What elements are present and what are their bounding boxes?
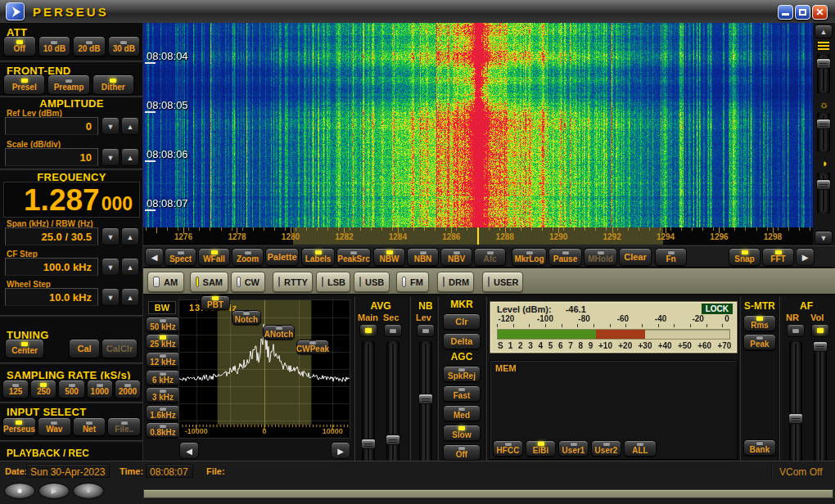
nb-lev-slider-handle[interactable] xyxy=(418,394,433,404)
1-6khz-button[interactable]: 1.6kHz xyxy=(146,405,180,421)
filter-spectrum-display[interactable]: 13.79 kHz -10000 0 10000 xyxy=(178,299,350,439)
eibi-button[interactable]: EiBi xyxy=(526,440,556,457)
file-button[interactable]: File.. xyxy=(107,417,141,436)
wav-button[interactable]: Wav xyxy=(38,417,71,436)
brightness-slider-handle[interactable] xyxy=(816,119,831,129)
ref-lev-value[interactable]: 0 xyxy=(5,117,98,135)
12-khz-button[interactable]: 12 kHz xyxy=(146,352,180,367)
fast-button[interactable]: Fast xyxy=(443,385,481,402)
mhold-button[interactable]: MHold xyxy=(584,248,617,266)
toolbar-scroll-right-button[interactable]: ▶ xyxy=(796,248,815,266)
spkrej-button[interactable]: SpkRej xyxy=(443,366,481,382)
calclr-button[interactable]: CalClr xyxy=(102,339,138,358)
demod-drm-button[interactable]: DRM xyxy=(437,272,474,292)
palette-slider-handle[interactable] xyxy=(816,58,831,69)
net-button[interactable]: Net xyxy=(73,417,106,436)
zoom-button[interactable]: Zoom xyxy=(232,248,264,266)
demod-usb-button[interactable]: USB xyxy=(354,272,390,292)
play-button[interactable]: ▶ xyxy=(38,483,70,499)
clr-button[interactable]: Clr xyxy=(443,313,481,330)
afc-button[interactable]: Afc xyxy=(474,248,506,266)
palette-slider[interactable] xyxy=(817,54,830,93)
avg-sec-slider-handle[interactable] xyxy=(386,434,400,445)
0-8khz-button[interactable]: 0.8kHz xyxy=(146,422,180,438)
perseus-button[interactable]: Perseus xyxy=(2,417,36,436)
hfcc-button[interactable]: HFCC xyxy=(493,440,523,457)
clear-button[interactable]: Clear xyxy=(619,248,652,266)
125-button[interactable]: 125 xyxy=(2,380,29,398)
close-button[interactable]: ✕ xyxy=(812,5,828,20)
waterfall-display[interactable]: 08:08:04 08:08:05 08:08:06 08:08:07 xyxy=(143,23,813,227)
span-up-button[interactable]: ▲ xyxy=(121,227,139,245)
filter-scroll-right-button[interactable]: ▶ xyxy=(331,442,350,459)
off-button[interactable]: Off xyxy=(3,36,36,56)
10-db-button[interactable]: 10 dB xyxy=(38,36,71,56)
dither-button[interactable]: Dither xyxy=(93,74,134,95)
ref-lev-up-button[interactable]: ▲ xyxy=(121,117,139,135)
scroll-up-button[interactable]: ▲ xyxy=(815,25,833,38)
bank-button[interactable]: Bank xyxy=(743,439,776,456)
user2-button[interactable]: User2 xyxy=(591,440,621,457)
nb-lev-slider[interactable] xyxy=(419,341,432,472)
2000-button[interactable]: 2000 xyxy=(115,380,141,398)
toolbar-scroll-left-button[interactable]: ◀ xyxy=(145,248,164,266)
nbv-button[interactable]: NBV xyxy=(440,248,472,266)
500-button[interactable]: 500 xyxy=(58,380,84,398)
demod-user-button[interactable]: USER xyxy=(482,272,523,292)
30-db-button[interactable]: 30 dB xyxy=(108,36,141,56)
scale-down-button[interactable]: ▼ xyxy=(102,148,120,166)
snap-button[interactable]: Snap xyxy=(729,248,761,266)
frequency-display[interactable]: 1.287 000 xyxy=(3,182,140,218)
fn-button[interactable]: Fn xyxy=(655,248,687,266)
span-down-button[interactable]: ▼ xyxy=(102,227,120,245)
demod-cw-button[interactable]: CW xyxy=(231,272,265,292)
minimize-button[interactable] xyxy=(778,5,793,20)
waterfall-canvas[interactable] xyxy=(143,23,813,227)
1000-button[interactable]: 1000 xyxy=(87,380,113,398)
pause-button[interactable]: Pause xyxy=(548,248,582,266)
rms-button[interactable]: Rms xyxy=(743,315,776,331)
nbn-button[interactable]: NBN xyxy=(407,248,439,266)
presel-button[interactable]: Presel xyxy=(3,74,45,95)
cf-step-up-button[interactable]: ▲ xyxy=(121,258,139,276)
wheel-step-up-button[interactable]: ▲ xyxy=(121,288,139,306)
contrast-slider-handle[interactable] xyxy=(816,179,831,190)
anotch-button[interactable]: ANotch xyxy=(263,325,295,340)
playback-progress-bar[interactable] xyxy=(143,489,833,498)
avg-sec-slider[interactable] xyxy=(386,341,399,472)
cwpeak-button[interactable]: CWPeak xyxy=(296,340,329,354)
demod-rtty-button[interactable]: RTTY xyxy=(273,272,313,292)
wheel-step-value[interactable]: 10.0 kHz xyxy=(5,288,98,306)
delta-button[interactable]: Delta xyxy=(443,333,481,349)
wfall-button[interactable]: WFall xyxy=(198,248,230,266)
avg-main-slider[interactable] xyxy=(362,341,375,472)
demod-sam-button[interactable]: SAM xyxy=(190,272,228,292)
cal-button[interactable]: Cal xyxy=(69,339,100,358)
cf-step-value[interactable]: 100.0 kHz xyxy=(5,258,98,276)
af-vol-toggle-button[interactable] xyxy=(811,324,829,337)
pbt-button[interactable]: PBT xyxy=(201,295,230,310)
brightness-slider[interactable] xyxy=(817,113,830,152)
scale-up-button[interactable]: ▲ xyxy=(121,148,139,166)
contrast-slider[interactable] xyxy=(817,173,830,214)
notch-button[interactable]: Notch xyxy=(232,310,261,325)
peak-button[interactable]: Peak xyxy=(743,334,776,350)
preamp-button[interactable]: Preamp xyxy=(47,74,89,95)
span-rbw-value[interactable]: 25.0 / 30.5 xyxy=(5,227,98,245)
af-vol-slider-handle[interactable] xyxy=(813,341,828,352)
25-khz-button[interactable]: 25 kHz xyxy=(146,334,180,349)
wheel-step-down-button[interactable]: ▼ xyxy=(102,288,120,306)
off-button[interactable]: Off xyxy=(443,444,481,461)
center-button[interactable]: Center xyxy=(5,339,44,358)
slow-button[interactable]: Slow xyxy=(443,425,481,441)
labels-button[interactable]: Labels xyxy=(301,248,335,266)
scale-value[interactable]: 10 xyxy=(5,148,98,166)
af-nr-slider-handle[interactable] xyxy=(788,413,803,424)
avg-main-toggle-button[interactable] xyxy=(359,324,377,337)
palette-button[interactable]: Palette xyxy=(265,248,299,266)
med-button[interactable]: Med xyxy=(443,405,481,421)
record-button[interactable]: ● xyxy=(73,483,104,499)
nbw-button[interactable]: NBW xyxy=(373,248,405,266)
maximize-button[interactable] xyxy=(795,5,810,20)
title-bar[interactable]: PERSEUS ✕ xyxy=(0,0,835,23)
